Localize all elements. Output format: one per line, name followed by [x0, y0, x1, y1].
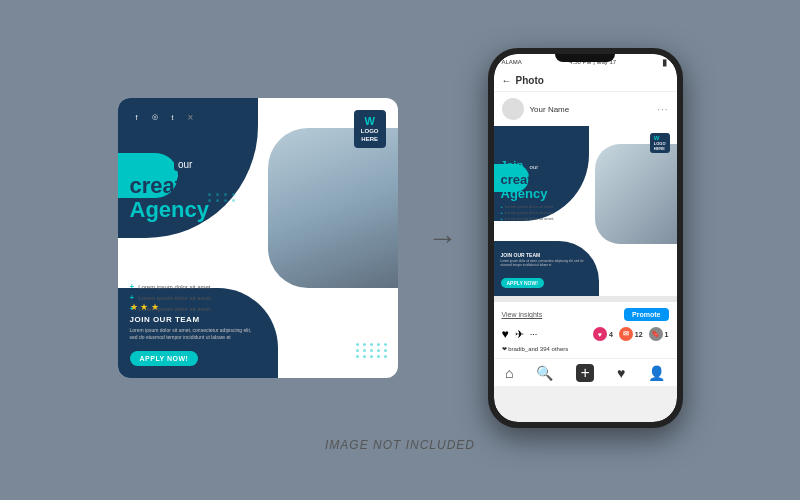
heart-badge-dot: ♥ — [593, 327, 607, 341]
likes-text: ❤ bradib_and 394 others — [502, 345, 669, 352]
headline-join: Join — [130, 153, 167, 173]
message-count-badge: ✉ 12 — [619, 327, 643, 341]
mini-plus-icon: + — [501, 216, 503, 221]
mini-header: W LOGOHERE — [501, 133, 670, 153]
mini-team-title: JOIN OUR TEAM — [501, 252, 587, 258]
phone-mockup: ALAMA 4:50 PM | May 17 ▊ ← Photo Your Na… — [488, 48, 683, 428]
back-button[interactable]: ← — [502, 75, 512, 86]
instagram-icon[interactable]: ◎ — [148, 110, 162, 124]
phone-user-row: Your Name ··· — [494, 92, 677, 126]
post-header: f ◎ t × W LOGOHERE — [130, 110, 386, 148]
facebook-icon[interactable]: f — [130, 110, 144, 124]
mini-creative: creative — [501, 173, 670, 187]
mini-our: our — [528, 163, 541, 171]
apply-now-button[interactable]: APPLY NOW! — [130, 351, 199, 366]
nav-title: Photo — [516, 75, 544, 86]
reaction-counts: ♥ 4 ✉ 12 🔖 1 — [593, 327, 669, 341]
mini-bullet-3: +Lorem ipsum dolor sit amet, — [501, 216, 670, 221]
main-container: f ◎ t × W LOGOHERE Join our creative Ag — [20, 48, 780, 428]
phone-nav-bottom: ⌂ 🔍 + ♥ 👤 — [494, 358, 677, 386]
headline-agency: Agency — [130, 198, 386, 222]
mini-bullet-1: +Lorem ipsum dolor sit amet, — [501, 204, 670, 209]
mini-headline: Join our creative Agency — [501, 155, 670, 201]
team-title: JOIN OUR TEAM — [130, 315, 261, 324]
mini-post-content: W LOGOHERE Join our creative Agency +Lor… — [494, 126, 677, 296]
ellipsis-icon[interactable]: ··· — [530, 329, 538, 339]
reaction-row: ♥ ✈ ··· ♥ 4 ✉ 12 — [502, 327, 669, 341]
phone-screen: ALAMA 4:50 PM | May 17 ▊ ← Photo Your Na… — [494, 54, 677, 422]
heart-count-badge: ♥ 4 — [593, 327, 613, 341]
image-not-included-label: IMAGE NOT INCLUDED — [325, 438, 475, 452]
dots-decoration — [208, 193, 237, 202]
social-icons: f ◎ t × — [130, 110, 194, 124]
message-badge-dot: ✉ — [619, 327, 633, 341]
mini-plus-icon: + — [501, 204, 503, 209]
phone-actions: View insights Promote ♥ ✈ ··· ♥ 4 — [494, 302, 677, 358]
bookmark-badge-dot: 🔖 — [649, 327, 663, 341]
carrier-text: ALAMA — [502, 59, 522, 65]
mini-plus-icon: + — [501, 210, 503, 215]
phone-notch — [555, 54, 615, 62]
heart-nav-icon[interactable]: ♥ — [617, 365, 625, 381]
home-nav-icon[interactable]: ⌂ — [505, 365, 513, 381]
heart-reaction-icon[interactable]: ♥ — [502, 327, 509, 341]
phone-nav-bar: ← Photo — [494, 70, 677, 92]
headline-our: our — [174, 158, 196, 171]
close-icon[interactable]: × — [188, 112, 194, 123]
view-insights-row: View insights Promote — [502, 308, 669, 321]
logo-text: LOGOHERE — [361, 128, 379, 144]
post-card: f ◎ t × W LOGOHERE Join our creative Ag — [118, 98, 398, 378]
mini-join: Join — [501, 159, 524, 171]
headline-creative: creative — [130, 174, 386, 198]
mini-tw-icon — [521, 133, 529, 141]
mini-logo: W LOGOHERE — [650, 133, 670, 153]
add-nav-icon[interactable]: + — [576, 364, 594, 382]
logo-w: W — [361, 114, 379, 128]
stars: ★ ★ ★ — [130, 302, 261, 312]
mini-bullet-2: +Lorem ipsum dolor sit amet, — [501, 210, 670, 215]
mini-post-card: W LOGOHERE Join our creative Agency +Lor… — [494, 126, 677, 296]
mini-logo-text: LOGOHERE — [654, 141, 666, 151]
mini-fb-icon — [501, 133, 509, 141]
headline: Join our creative Agency — [130, 154, 386, 222]
dots-pattern-bottom — [356, 343, 388, 358]
mini-team-text: Lorem ipsum dolor sit amet, consectetur … — [501, 260, 587, 268]
username: Your Name — [530, 105, 570, 114]
mini-bullets: +Lorem ipsum dolor sit amet, +Lorem ipsu… — [501, 204, 670, 221]
mini-ig-icon — [511, 133, 519, 141]
logo-box: W LOGOHERE — [354, 110, 386, 148]
avatar — [502, 98, 524, 120]
mini-team-section: JOIN OUR TEAM Lorem ipsum dolor sit amet… — [494, 247, 594, 296]
search-nav-icon[interactable]: 🔍 — [536, 365, 553, 381]
bullet-plus-icon: + — [130, 282, 135, 291]
mini-apply-button[interactable]: APPLY NOW! — [501, 278, 544, 288]
bookmark-count-badge: 🔖 1 — [649, 327, 669, 341]
center-arrow-icon: → — [428, 221, 458, 255]
profile-nav-icon[interactable]: 👤 — [648, 365, 665, 381]
share-icon[interactable]: ✈ — [515, 328, 524, 341]
more-options-icon[interactable]: ··· — [657, 104, 668, 115]
team-section: ★ ★ ★ JOIN OUR TEAM Lorem ipsum dolor si… — [118, 292, 273, 378]
mini-social-icons — [501, 133, 529, 141]
team-text: Lorem ipsum dolor sit amet, consectetur … — [130, 327, 261, 341]
mini-agency: Agency — [501, 187, 670, 201]
promote-button[interactable]: Promote — [624, 308, 668, 321]
twitter-icon[interactable]: t — [166, 110, 180, 124]
bullet-item-1: + Lorem ipsum dolor sit amet, — [130, 282, 386, 291]
view-insights-link[interactable]: View insights — [502, 311, 543, 318]
battery-icon: ▊ — [663, 59, 668, 66]
